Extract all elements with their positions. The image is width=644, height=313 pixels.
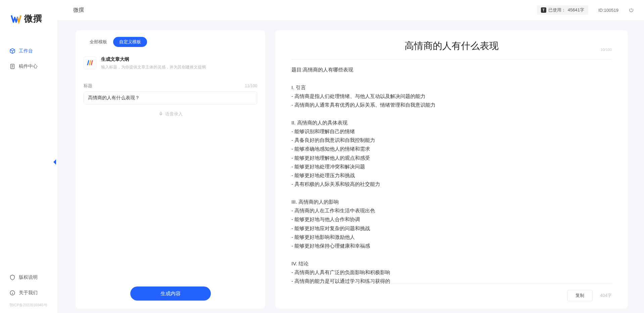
sidebar-bottom: 版权说明 关于我们 鄂ICP备2022016946号 (0, 270, 57, 313)
usage-value: 45641字 (568, 7, 584, 13)
doc-body[interactable]: 题目:高情商的人有哪些表现 I. 引言 - 高情商是指人们处理情绪、与他人互动以… (291, 65, 612, 284)
logo-icon (11, 13, 21, 24)
doc-title[interactable]: 高情商的人有什么表现 (291, 40, 612, 52)
title-field-label: 标题 (84, 83, 92, 89)
tab-all-templates[interactable]: 全部模板 (84, 37, 113, 47)
sidebar: 微撰 工作台 稿件中心 版权说明 关于我们 鄂ICP (0, 0, 57, 313)
sidebar-collapse-handle[interactable] (51, 155, 58, 169)
title-field-row: 标题 11/100 (84, 83, 257, 89)
sidebar-item-label: 稿件中心 (19, 63, 38, 69)
shield-icon (9, 274, 15, 280)
sidebar-item-copyright[interactable]: 版权说明 (0, 270, 57, 285)
generate-button[interactable]: 生成内容 (130, 286, 211, 301)
sidebar-item-about[interactable]: 关于我们 (0, 285, 57, 301)
template-icon (84, 56, 96, 69)
logo-text: 微撰 (24, 13, 42, 24)
text-usage-icon: T (541, 7, 546, 13)
sidebar-item-workspace[interactable]: 工作台 (0, 43, 57, 59)
power-icon[interactable] (629, 7, 634, 13)
app-logo: 微撰 (0, 0, 57, 24)
svg-rect-2 (160, 112, 162, 114)
document-icon (9, 63, 15, 69)
info-icon (9, 290, 15, 296)
cube-icon (9, 48, 15, 54)
template-desc: 输入标题，为你提供文章主体的灵感，并为其创建推文提纲 (101, 64, 206, 70)
template-panel: 全部模板 自定义模板 生成文章大纲 输入标题，为你提供文章主体的灵感，并为其创建… (76, 30, 265, 309)
mic-icon (158, 111, 163, 117)
voice-input-button[interactable]: 语音录入 (84, 111, 257, 117)
sidebar-item-label: 版权说明 (19, 274, 38, 280)
user-id: ID:100519 (598, 8, 618, 13)
word-count: 404字 (600, 293, 612, 299)
template-title: 生成文章大纲 (101, 56, 206, 62)
doc-title-row: 高情商的人有什么表现 10/100 (291, 40, 612, 59)
topbar-title: 微撰 (73, 7, 84, 14)
sidebar-item-label: 关于我们 (19, 290, 38, 296)
doc-footer: 复制 404字 (291, 284, 612, 309)
icp-text: 鄂ICP备2022016946号 (0, 301, 57, 309)
title-field-count: 11/100 (245, 84, 257, 88)
usage-badge[interactable]: T 已使用： 45641字 (537, 5, 588, 15)
template-tabs: 全部模板 自定义模板 (84, 37, 257, 47)
sidebar-item-label: 工作台 (19, 48, 33, 54)
topbar: 微撰 T 已使用： 45641字 ID:100519 (57, 0, 644, 20)
sidebar-item-drafts[interactable]: 稿件中心 (0, 59, 57, 74)
sidebar-nav: 工作台 稿件中心 (0, 43, 57, 74)
template-card: 生成文章大纲 输入标题，为你提供文章主体的灵感，并为其创建推文提纲 (84, 54, 257, 77)
doc-title-count: 10/100 (600, 48, 612, 52)
tab-custom-templates[interactable]: 自定义模板 (113, 37, 147, 47)
topbar-right: T 已使用： 45641字 ID:100519 (537, 5, 634, 15)
voice-input-label: 语音录入 (165, 111, 183, 117)
usage-label: 已使用： (548, 7, 566, 13)
title-input[interactable] (84, 92, 257, 104)
copy-button[interactable]: 复制 (567, 290, 593, 301)
output-panel: 高情商的人有什么表现 10/100 题目:高情商的人有哪些表现 I. 引言 - … (275, 30, 628, 309)
